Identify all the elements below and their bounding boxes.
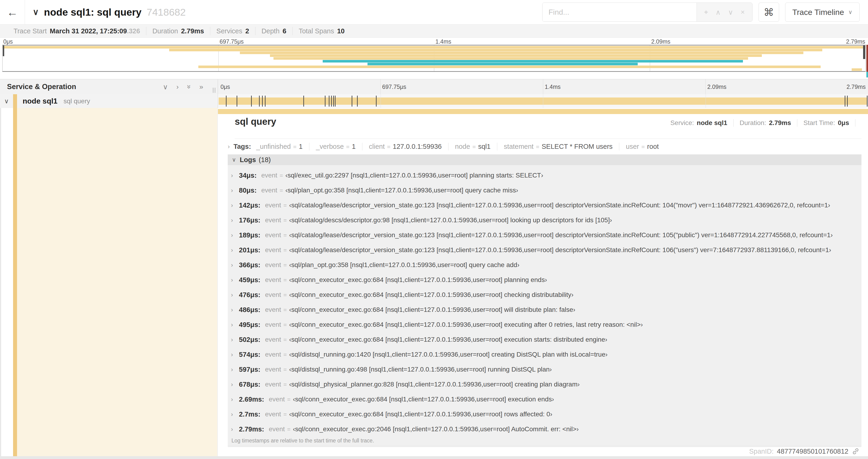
log-value: ‹sql/catalog/lease/descriptor_version_st… bbox=[289, 246, 831, 254]
tag-key: client bbox=[369, 143, 385, 151]
summary-item: Duration 2.79ms bbox=[146, 27, 210, 35]
log-entry[interactable]: › 142μs: event = ‹sql/catalog/lease/desc… bbox=[231, 198, 862, 213]
log-marker bbox=[847, 96, 848, 107]
minimap-left-scrubber[interactable] bbox=[3, 45, 4, 56]
tag-equals: = bbox=[293, 143, 297, 150]
log-entry[interactable]: › 80μs: event = ‹sql/plan_opt.go:358 [ns… bbox=[231, 183, 862, 198]
span-color-stripe bbox=[13, 108, 17, 456]
summary-label: Services bbox=[216, 27, 242, 35]
log-equals: = bbox=[283, 306, 287, 313]
deep-link-icon[interactable] bbox=[852, 447, 860, 455]
tag-value: 127.0.0.1:59936 bbox=[393, 143, 442, 151]
log-entry[interactable]: › 486μs: event = ‹sql/conn_executor_exec… bbox=[231, 302, 862, 317]
trace-title-group: ∨ node sql1: sql query 7418682 bbox=[33, 0, 186, 24]
log-entry[interactable]: › 366μs: event = ‹sql/plan_opt.go:358 [n… bbox=[231, 258, 862, 272]
collapse-all-icon[interactable]: » bbox=[185, 85, 193, 89]
log-entry[interactable]: › 2.79ms: event = ‹sql/conn_executor_exe… bbox=[231, 422, 862, 437]
collapse-one-icon[interactable]: ∨ bbox=[163, 83, 168, 91]
chevron-down-icon: ∨ bbox=[848, 9, 852, 15]
trace-collapse-icon[interactable]: ∨ bbox=[33, 7, 39, 17]
log-entry[interactable]: › 189μs: event = ‹sql/catalog/lease/desc… bbox=[231, 228, 862, 242]
expand-one-icon[interactable]: › bbox=[177, 83, 179, 91]
meta-label: Duration: bbox=[740, 119, 766, 127]
chevron-right-icon: › bbox=[231, 202, 239, 209]
summary-label: Depth bbox=[261, 27, 280, 35]
span-operation-name: sql query bbox=[63, 97, 90, 105]
log-timestamp: 597μs: bbox=[239, 366, 260, 373]
ruler-gridline bbox=[705, 79, 706, 94]
span-name-cell[interactable]: ∨ node sql1 sql query bbox=[0, 94, 218, 108]
find-input[interactable] bbox=[542, 3, 696, 22]
log-timestamp: 459μs: bbox=[239, 276, 260, 284]
chevron-right-icon: › bbox=[231, 366, 239, 373]
tag-key: user bbox=[626, 143, 639, 151]
tag-item: statement = SELECT * FROM users bbox=[497, 143, 613, 151]
span-collapse-icon[interactable]: ∨ bbox=[0, 97, 13, 105]
log-field-name: event bbox=[265, 411, 281, 418]
tag-equals: = bbox=[346, 143, 349, 150]
ruler-tick-label: 2.79ms bbox=[846, 84, 866, 90]
log-entry[interactable]: › 34μs: event = ‹sql/exec_util.go:2297 [… bbox=[231, 168, 862, 183]
back-arrow-icon: ← bbox=[7, 6, 18, 19]
log-entry[interactable]: › 476μs: event = ‹sql/conn_executor_exec… bbox=[231, 287, 862, 302]
back-button[interactable]: ← bbox=[0, 0, 25, 24]
span-detail-duration-bar bbox=[218, 109, 868, 114]
trace-view-select[interactable]: Trace Timeline ∨ bbox=[785, 3, 860, 22]
keyboard-shortcuts-button[interactable]: ⌘ bbox=[758, 3, 779, 22]
log-equals: = bbox=[283, 217, 287, 224]
log-value: ‹sql/plan_opt.go:358 [nsql1,client=127.0… bbox=[285, 187, 518, 194]
expand-all-icon[interactable]: » bbox=[199, 83, 203, 91]
log-entry[interactable]: › 459μs: event = ‹sql/conn_executor_exec… bbox=[231, 272, 862, 287]
timeline-header-row: Service & Operation ∨ › » » 0μs697.75μs1… bbox=[0, 79, 868, 94]
next-match-icon[interactable]: ∨ bbox=[728, 8, 733, 16]
log-equals: = bbox=[283, 262, 287, 268]
log-entry[interactable]: › 201μs: event = ‹sql/catalog/lease/desc… bbox=[231, 242, 862, 258]
log-marker bbox=[845, 96, 845, 107]
span-row[interactable]: ∨ node sql1 sql query bbox=[0, 94, 868, 108]
chevron-right-icon: › bbox=[231, 351, 239, 358]
trace-id: 7418682 bbox=[147, 6, 186, 18]
span-detail-highlight bbox=[17, 108, 217, 456]
log-entry[interactable]: › 502μs: event = ‹sql/conn_executor_exec… bbox=[231, 332, 862, 347]
logs-header[interactable]: ∨ Logs (18) bbox=[228, 154, 862, 165]
log-entry[interactable]: › 2.7ms: event = ‹sql/conn_executor_exec… bbox=[231, 407, 862, 422]
find-group: ⌖ ∧ ∨ × bbox=[542, 3, 752, 22]
log-marker bbox=[262, 96, 263, 107]
meta-item: Start Time: 0μs bbox=[803, 119, 862, 127]
find-controls: ⌖ ∧ ∨ × bbox=[696, 3, 752, 22]
log-entry[interactable]: › 2.69ms: event = ‹sql/conn_executor_exe… bbox=[231, 392, 862, 407]
ruler-tick-label: 0μs bbox=[220, 84, 230, 90]
prev-match-icon[interactable]: ∧ bbox=[715, 8, 720, 16]
tag-key: _verbose bbox=[316, 143, 344, 151]
locate-icon[interactable]: ⌖ bbox=[704, 8, 708, 16]
timeline-minimap[interactable] bbox=[2, 45, 866, 72]
log-marker bbox=[352, 96, 352, 107]
span-bar-cell[interactable] bbox=[218, 94, 868, 108]
chevron-right-icon: › bbox=[231, 426, 239, 433]
log-field-name: event bbox=[265, 306, 281, 314]
log-marker bbox=[237, 96, 237, 107]
log-value: ‹sql/conn_executor_exec.go:684 [nsql1,cl… bbox=[289, 276, 547, 284]
log-marker bbox=[331, 96, 332, 107]
timeline-ruler: 0μs697.75μs1.4ms2.09ms2.79ms bbox=[218, 79, 868, 94]
clear-search-icon[interactable]: × bbox=[741, 8, 745, 16]
log-entry[interactable]: › 574μs: event = ‹sql/distsql_running.go… bbox=[231, 347, 862, 362]
log-entry[interactable]: › 597μs: event = ‹sql/distsql_running.go… bbox=[231, 362, 862, 377]
log-entry[interactable]: › 176μs: event = ‹sql/catalog/descs/desc… bbox=[231, 213, 862, 228]
log-equals: = bbox=[283, 366, 287, 373]
log-entry[interactable]: › 678μs: event = ‹sql/distsql_physical_p… bbox=[231, 377, 862, 392]
tags-accordian[interactable]: › Tags: _unfinished = 1 _verbose = bbox=[228, 141, 862, 152]
minimap-span-bar bbox=[3, 46, 865, 48]
trace-summary-bar: Trace Start March 31 2022, 17:25:09 .326… bbox=[0, 25, 868, 38]
log-timestamp: 176μs: bbox=[239, 217, 260, 224]
minimap-right-scrubber[interactable] bbox=[863, 45, 865, 59]
log-marker bbox=[335, 96, 336, 107]
log-entry[interactable]: › 495μs: event = ‹sql/conn_executor_exec… bbox=[231, 317, 862, 332]
chevron-right-icon: › bbox=[231, 217, 239, 224]
detail-divider bbox=[235, 138, 862, 139]
ruler-tick-label: 1.4ms bbox=[545, 84, 561, 90]
column-resizer[interactable] bbox=[213, 88, 215, 93]
summary-value: March 31 2022, 17:25:09 bbox=[50, 27, 127, 35]
log-timestamp: 80μs: bbox=[239, 187, 257, 194]
span-row-gridline bbox=[380, 94, 381, 108]
